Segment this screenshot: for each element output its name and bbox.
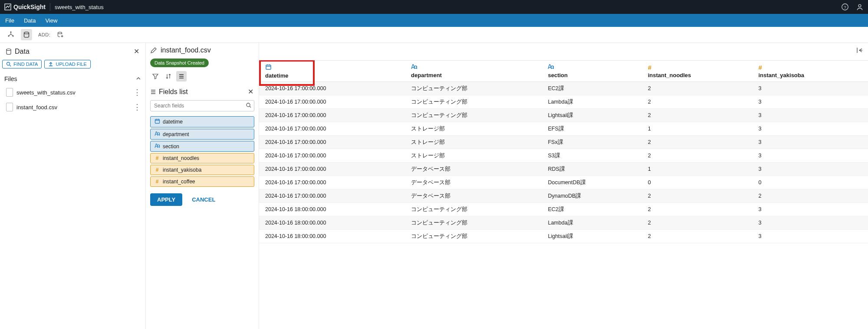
table-cell: コンピューティング部 bbox=[405, 82, 542, 95]
file-menu-button[interactable]: ⋮ bbox=[133, 105, 141, 109]
svg-line-19 bbox=[250, 106, 251, 107]
find-data-button[interactable]: FIND DATA bbox=[2, 60, 42, 68]
search-icon[interactable] bbox=[246, 102, 252, 110]
table-cell: 2024-10-16 17:00:00.000 bbox=[259, 149, 405, 163]
file-name: sweets_with_status.csv bbox=[16, 89, 76, 96]
table-cell: ストレージ部 bbox=[405, 149, 542, 163]
upload-file-button[interactable]: UPLOAD FILE bbox=[44, 60, 91, 68]
svg-rect-26 bbox=[266, 65, 271, 69]
menu-view[interactable]: View bbox=[45, 17, 57, 24]
field-name: instant_noodles bbox=[163, 155, 199, 161]
table-cell: 2024-10-16 17:00:00.000 bbox=[259, 82, 405, 95]
table-cell: 2 bbox=[642, 230, 753, 243]
menu-data[interactable]: Data bbox=[24, 17, 36, 24]
collapse-right-button[interactable] bbox=[854, 45, 865, 57]
preview-panel: datetimedepartmentsection#instant_noodle… bbox=[259, 43, 868, 329]
column-type-icon: # bbox=[648, 64, 746, 71]
field-pill-instant_yakisoba[interactable]: #instant_yakisoba bbox=[150, 165, 254, 175]
table-cell: RDS課 bbox=[542, 163, 641, 176]
table-cell: 2024-10-16 17:00:00.000 bbox=[259, 189, 405, 203]
table-cell: EC2課 bbox=[542, 203, 641, 216]
sort-button[interactable] bbox=[163, 71, 174, 81]
diagram-view-button[interactable] bbox=[5, 29, 16, 40]
field-pill-instant_noodles[interactable]: #instant_noodles bbox=[150, 153, 254, 163]
table-cell: 2024-10-16 18:00:00.000 bbox=[259, 230, 405, 243]
add-label: ADD: bbox=[38, 32, 50, 37]
table-row: 2024-10-16 17:00:00.000コンピューティング部EC2課23 bbox=[259, 82, 868, 95]
field-type-icon bbox=[154, 118, 160, 125]
collapse-files-button[interactable] bbox=[136, 75, 141, 82]
table-cell: Lambda課 bbox=[542, 95, 641, 109]
file-menu-button[interactable]: ⋮ bbox=[133, 90, 141, 94]
table-cell: データベース部 bbox=[405, 163, 542, 176]
upload-file-label: UPLOAD FILE bbox=[56, 62, 87, 67]
table-cell: 3 bbox=[753, 122, 868, 136]
field-type-icon bbox=[154, 143, 160, 150]
table-cell: 2024-10-16 17:00:00.000 bbox=[259, 136, 405, 149]
file-name: instant_food.csv bbox=[16, 104, 57, 111]
table-cell: 2 bbox=[642, 109, 753, 122]
table-cell: コンピューティング部 bbox=[405, 230, 542, 243]
filter-button[interactable] bbox=[150, 71, 161, 81]
close-panel-button[interactable]: ✕ bbox=[133, 46, 140, 56]
table-cell: DocumentDB課 bbox=[542, 176, 641, 189]
user-icon[interactable] bbox=[856, 3, 864, 11]
field-name: section bbox=[163, 143, 179, 150]
table-cell: 2 bbox=[642, 136, 753, 149]
column-header-section[interactable]: section bbox=[542, 61, 641, 82]
field-name: datetime bbox=[163, 119, 183, 125]
table-cell: 3 bbox=[753, 203, 868, 216]
table-cell: Lightsail課 bbox=[542, 230, 641, 243]
table-cell: 1 bbox=[642, 122, 753, 136]
column-header-instant_noodles[interactable]: #instant_noodles bbox=[642, 61, 753, 82]
add-dataset-button[interactable] bbox=[55, 29, 66, 40]
table-cell: 2024-10-16 17:00:00.000 bbox=[259, 109, 405, 122]
table-row: 2024-10-16 17:00:00.000ストレージ部S3課23 bbox=[259, 149, 868, 163]
column-name: section bbox=[548, 72, 635, 78]
column-header-datetime[interactable]: datetime bbox=[259, 61, 405, 82]
field-type-icon bbox=[154, 131, 160, 137]
cancel-button[interactable]: CANCEL bbox=[189, 196, 218, 203]
field-type-icon: # bbox=[154, 179, 160, 185]
help-icon[interactable]: ? bbox=[841, 3, 849, 11]
toolbar: ADD: bbox=[0, 27, 868, 43]
field-pill-department[interactable]: department bbox=[150, 129, 254, 140]
svg-point-4 bbox=[10, 31, 11, 33]
field-type-icon: # bbox=[154, 167, 160, 173]
apply-button[interactable]: APPLY bbox=[150, 193, 182, 206]
file-icon bbox=[6, 103, 13, 111]
table-row: 2024-10-16 17:00:00.000コンピューティング部Lambda課… bbox=[259, 95, 868, 109]
column-header-instant_yakisoba[interactable]: #instant_yakisoba bbox=[753, 61, 868, 82]
svg-rect-20 bbox=[155, 120, 159, 124]
field-type-icon: # bbox=[154, 155, 160, 161]
list-view-button[interactable] bbox=[176, 71, 187, 81]
svg-point-7 bbox=[24, 32, 29, 34]
table-cell: コンピューティング部 bbox=[405, 216, 542, 230]
field-pill-instant_coffee[interactable]: #instant_coffee bbox=[150, 176, 254, 187]
product-logo[interactable]: QuickSight bbox=[4, 3, 46, 10]
table-cell: 2 bbox=[753, 189, 868, 203]
table-cell: 3 bbox=[753, 136, 868, 149]
edit-icon[interactable] bbox=[150, 47, 157, 54]
preview-table: datetimedepartmentsection#instant_noodle… bbox=[259, 60, 868, 243]
close-fields-button[interactable]: ✕ bbox=[247, 87, 254, 97]
chevron-up-icon bbox=[136, 76, 141, 81]
snapshot-badge: Data Snapshot Created bbox=[150, 59, 209, 67]
collapse-icon bbox=[856, 46, 864, 54]
table-cell: Lightsail課 bbox=[542, 109, 641, 122]
svg-point-9 bbox=[7, 49, 11, 50]
file-row[interactable]: sweets_with_status.csv⋮ bbox=[0, 85, 145, 100]
table-cell: 2 bbox=[642, 203, 753, 216]
table-row: 2024-10-16 18:00:00.000コンピューティング部Lightsa… bbox=[259, 230, 868, 243]
fields-icon bbox=[150, 89, 156, 95]
search-fields-input[interactable] bbox=[150, 100, 254, 111]
menu-file[interactable]: File bbox=[5, 17, 14, 24]
column-header-department[interactable]: department bbox=[405, 61, 542, 82]
field-pill-section[interactable]: section bbox=[150, 141, 254, 152]
data-view-button[interactable] bbox=[21, 29, 32, 40]
field-pill-datetime[interactable]: datetime bbox=[150, 116, 254, 127]
table-cell: Lambda課 bbox=[542, 216, 641, 230]
table-cell: 2 bbox=[642, 82, 753, 95]
table-cell: 3 bbox=[753, 109, 868, 122]
file-row[interactable]: instant_food.csv⋮ bbox=[0, 100, 145, 114]
